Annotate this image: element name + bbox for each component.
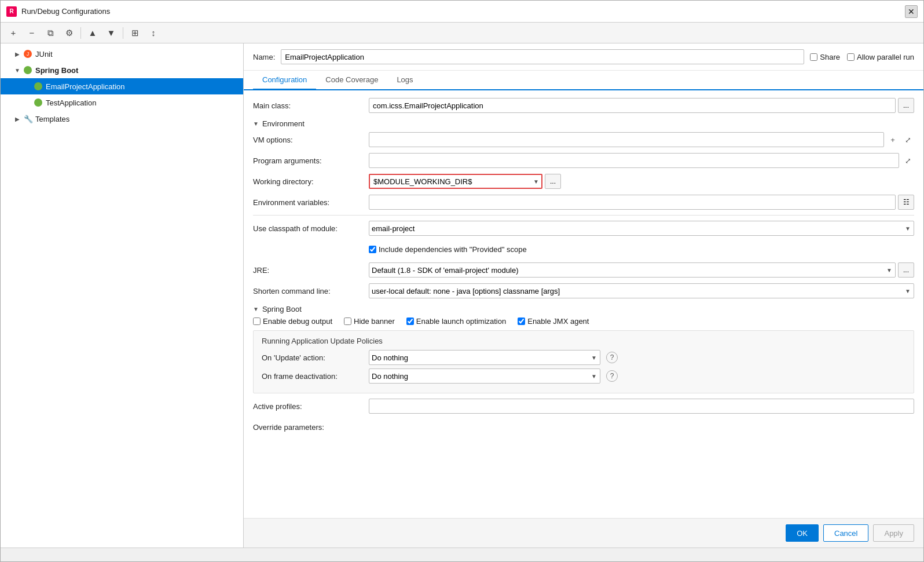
junit-icon: J — [24, 50, 32, 58]
vm-options-fullscreen-button[interactable]: ⤢ — [901, 133, 914, 146]
tabs-bar: Configuration Code Coverage Logs — [244, 71, 923, 90]
sidebar-item-test-app[interactable]: TestApplication — [1, 94, 243, 111]
name-input[interactable] — [281, 49, 804, 64]
jre-select[interactable]: Default (1.8 - SDK of 'email-project' mo… — [369, 262, 896, 278]
include-deps-checkbox[interactable] — [369, 246, 376, 253]
junit-arrow: ▶ — [13, 51, 21, 57]
toolbar: + − ⧉ ⚙ ▲ ▼ ⊞ ↕ — [1, 23, 923, 43]
copy-config-button[interactable]: ⧉ — [42, 25, 58, 41]
enable-launch-opt-checkbox[interactable] — [406, 318, 414, 325]
working-dir-input[interactable] — [369, 174, 542, 189]
name-options: Share Allow parallel run — [810, 53, 914, 61]
content-panel: Name: Share Allow parallel run Configura… — [244, 43, 923, 548]
on-frame-label: On frame deactivation: — [262, 372, 363, 381]
hide-banner-checkbox-label[interactable]: Hide banner — [344, 317, 395, 326]
vm-options-expand-button[interactable]: + — [886, 133, 899, 146]
add-config-button[interactable]: + — [5, 25, 21, 41]
sidebar-item-junit-label: JUnit — [35, 50, 53, 59]
jre-row: JRE: Default (1.8 - SDK of 'email-projec… — [253, 262, 914, 278]
allow-parallel-checkbox-label[interactable]: Allow parallel run — [847, 53, 914, 61]
separator-1 — [253, 215, 914, 216]
update-policies-title: Running Application Update Policies — [262, 337, 905, 345]
shorten-cmd-label: Shorten command line: — [253, 287, 369, 295]
sort-button[interactable]: ↕ — [145, 25, 162, 41]
env-vars-label: Environment variables: — [253, 198, 369, 207]
sidebar-item-junit[interactable]: ▶ J JUnit — [1, 46, 243, 62]
classpath-module-select[interactable]: email-project — [369, 221, 914, 236]
env-vars-row: Environment variables: ☷ — [253, 194, 914, 210]
active-profiles-input[interactable] — [369, 399, 914, 414]
program-args-input[interactable] — [369, 153, 899, 168]
vm-options-input[interactable] — [369, 132, 884, 147]
include-deps-value: Include dependencies with "Provided" sco… — [369, 245, 914, 254]
bottom-bar: OK Cancel Apply — [244, 518, 923, 548]
allow-parallel-label: Allow parallel run — [857, 53, 914, 61]
shorten-cmd-select[interactable]: user-local default: none - java [options… — [369, 283, 914, 298]
close-button[interactable]: ✕ — [905, 5, 918, 18]
on-update-help-icon[interactable]: ? — [606, 352, 618, 363]
shorten-cmd-row: Shorten command line: user-local default… — [253, 283, 914, 299]
share-checkbox-label[interactable]: Share — [810, 53, 840, 61]
enable-jmx-checkbox-label[interactable]: Enable JMX agent — [518, 317, 589, 326]
program-args-row: Program arguments: ⤢ — [253, 152, 914, 169]
enable-jmx-label: Enable JMX agent — [527, 317, 589, 326]
hide-banner-checkbox[interactable] — [344, 318, 351, 325]
sidebar-item-templates-label: Templates — [35, 115, 69, 123]
include-deps-label: Include dependencies with "Provided" sco… — [379, 245, 527, 254]
on-update-dropdown-wrapper: Do nothing Update classes and resources … — [369, 350, 600, 365]
classpath-module-row: Use classpath of module: email-project ▼ — [253, 220, 914, 236]
env-vars-input[interactable] — [369, 195, 896, 210]
share-checkbox[interactable] — [810, 53, 817, 61]
name-label: Name: — [253, 53, 275, 61]
active-profiles-value — [369, 399, 914, 414]
program-args-value: ⤢ — [369, 153, 914, 168]
sidebar-item-springboot[interactable]: ▼ Spring Boot — [1, 62, 243, 78]
toolbar-sep-2 — [123, 27, 123, 39]
on-frame-select[interactable]: Do nothing Update classes and resources … — [369, 368, 600, 384]
main-class-value: ... — [369, 98, 914, 113]
ok-button[interactable]: OK — [786, 524, 819, 542]
move-down-button[interactable]: ▼ — [103, 25, 119, 41]
allow-parallel-checkbox[interactable] — [847, 53, 855, 61]
override-params-row: Override parameters: — [253, 419, 914, 435]
spring-boot-section: ▼ Spring Boot Enable debug output Hide b… — [253, 305, 914, 435]
app-icon: R — [6, 6, 17, 17]
sidebar-item-templates[interactable]: ▶ 🔧 Templates — [1, 111, 243, 127]
on-frame-row: On frame deactivation: Do nothing Update… — [262, 368, 905, 384]
move-up-button[interactable]: ▲ — [85, 25, 101, 41]
sidebar: ▶ J JUnit ▼ Spring Boot EmailProjectAppl… — [1, 43, 244, 548]
main-class-input[interactable] — [369, 98, 896, 113]
classpath-module-value: email-project ▼ — [369, 221, 914, 236]
spring-boot-collapse-arrow[interactable]: ▼ — [253, 306, 259, 312]
on-update-select[interactable]: Do nothing Update classes and resources … — [369, 350, 600, 365]
move-to-group-button[interactable]: ⊞ — [127, 25, 143, 41]
environment-collapse-arrow[interactable]: ▼ — [253, 121, 259, 127]
apply-button[interactable]: Apply — [873, 524, 914, 542]
sidebar-item-email-project[interactable]: EmailProjectApplication — [1, 78, 243, 94]
tab-logs[interactable]: Logs — [387, 71, 422, 90]
working-dir-browse-button[interactable]: ... — [545, 174, 561, 189]
sidebar-item-springboot-label: Spring Boot — [35, 66, 78, 75]
tab-code-coverage[interactable]: Code Coverage — [316, 71, 387, 90]
update-policies-box: Running Application Update Policies On '… — [253, 330, 914, 393]
cancel-button[interactable]: Cancel — [823, 524, 868, 542]
include-deps-checkbox-label[interactable]: Include dependencies with "Provided" sco… — [369, 245, 527, 254]
main-class-browse-button[interactable]: ... — [898, 98, 914, 113]
enable-debug-checkbox-label[interactable]: Enable debug output — [253, 317, 332, 326]
vm-options-row: VM options: + ⤢ — [253, 132, 914, 148]
jre-browse-button[interactable]: ... — [898, 262, 914, 278]
program-args-fullscreen-button[interactable]: ⤢ — [901, 154, 914, 167]
templates-icon: 🔧 — [24, 115, 33, 123]
on-frame-help-icon[interactable]: ? — [606, 370, 618, 382]
env-vars-browse-button[interactable]: ☷ — [898, 195, 914, 210]
active-profiles-label: Active profiles: — [253, 402, 369, 411]
enable-launch-opt-checkbox-label[interactable]: Enable launch optimization — [406, 317, 506, 326]
enable-jmx-checkbox[interactable] — [518, 318, 525, 325]
name-bar: Name: Share Allow parallel run — [244, 43, 923, 71]
settings-config-button[interactable]: ⚙ — [61, 25, 77, 41]
enable-debug-checkbox[interactable] — [253, 318, 261, 325]
remove-config-button[interactable]: − — [24, 25, 40, 41]
tab-configuration[interactable]: Configuration — [253, 71, 316, 90]
window-title: Run/Debug Configurations — [21, 7, 900, 16]
title-bar: R Run/Debug Configurations ✕ — [1, 1, 923, 23]
